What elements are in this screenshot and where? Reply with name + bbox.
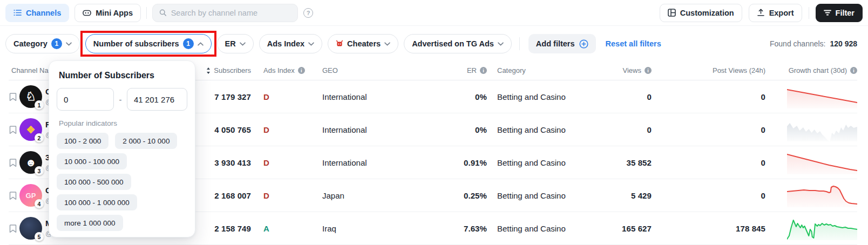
er-chip-label: ER bbox=[225, 39, 236, 48]
dropdown-title: Number of Subscribers bbox=[57, 71, 187, 80]
mini-apps-button[interactable]: Mini Apps bbox=[74, 4, 141, 22]
chevron-down-icon bbox=[498, 42, 504, 46]
export-icon bbox=[757, 9, 765, 17]
growth-header-label: Growth chart (30d) bbox=[789, 66, 847, 74]
col-header-er[interactable]: ER i bbox=[440, 66, 487, 74]
search-input[interactable] bbox=[171, 9, 291, 17]
filterbar-divider bbox=[519, 37, 520, 50]
bookmark-icon[interactable] bbox=[9, 125, 19, 134]
filter-chip-category[interactable]: Category 1 bbox=[5, 34, 80, 53]
er-value: 0% bbox=[440, 92, 487, 101]
views-value: 165 627 bbox=[595, 224, 652, 233]
filter-chip-advertised-on-tg-ads[interactable]: Advertised on TG Ads bbox=[404, 34, 512, 53]
views-value: 0 bbox=[595, 125, 652, 134]
popular-indicator-chip[interactable]: 100 - 2 000 bbox=[57, 133, 109, 149]
search-icon bbox=[159, 9, 167, 17]
channels-list-icon bbox=[13, 9, 22, 16]
subscribers-value: 2 168 007 bbox=[192, 191, 251, 200]
chevron-down-icon bbox=[240, 42, 246, 46]
filter-button[interactable]: Filter bbox=[816, 4, 863, 22]
rank-badge: 4 bbox=[35, 199, 44, 208]
post-views-value: 0 bbox=[652, 158, 765, 167]
avatar-cell: ♘ 1 bbox=[19, 85, 45, 108]
info-icon[interactable]: i bbox=[645, 67, 652, 74]
post-views-header-label: Post Views (24h) bbox=[713, 66, 765, 74]
ads-index-value: D bbox=[251, 92, 316, 101]
popular-indicator-chip[interactable]: more 1 000 000 bbox=[57, 215, 123, 231]
geo-value: Iraq bbox=[316, 224, 440, 233]
er-value: 0.91% bbox=[440, 158, 487, 167]
col-header-views[interactable]: Views i bbox=[595, 66, 652, 74]
add-filters-label: Add filters bbox=[536, 39, 575, 48]
sort-icon[interactable] bbox=[206, 67, 211, 74]
bookmark-icon[interactable] bbox=[9, 92, 19, 101]
min-subscribers-input[interactable] bbox=[57, 88, 114, 111]
topbar-left: Channels Mini Apps ? bbox=[5, 4, 313, 22]
filter-chip-cheaters[interactable]: Cheaters bbox=[328, 34, 398, 53]
subscribers-value: 2 158 749 bbox=[192, 224, 251, 233]
customization-button[interactable]: Customization bbox=[660, 4, 742, 22]
col-header-subscribers[interactable]: Subscribers bbox=[192, 66, 251, 74]
filter-label: Filter bbox=[836, 9, 855, 17]
subscribers-value: 3 930 413 bbox=[192, 158, 251, 167]
bookmark-icon[interactable] bbox=[9, 191, 19, 200]
topbar-right: Customization Export bbox=[660, 4, 863, 22]
filter-chip-ads-index[interactable]: Ads Index bbox=[259, 34, 322, 53]
subscribers-chip-wrap: Number of subscribers 1 bbox=[85, 34, 212, 53]
cheaters-chip-label: Cheaters bbox=[347, 39, 381, 48]
category-value: Betting and Casino bbox=[487, 125, 595, 134]
views-value: 5 429 bbox=[595, 191, 652, 200]
popular-indicator-chip[interactable]: 2 000 - 10 000 bbox=[115, 133, 177, 149]
bookmark-icon[interactable] bbox=[9, 224, 19, 233]
chevron-down-icon bbox=[66, 42, 72, 46]
col-header-geo[interactable]: GEO bbox=[316, 66, 440, 74]
range-separator: - bbox=[114, 95, 127, 104]
info-icon[interactable]: i bbox=[480, 67, 487, 74]
topbar-divider-2 bbox=[809, 7, 809, 19]
avatar-glyph: GP bbox=[26, 192, 36, 200]
chevron-up-icon bbox=[198, 42, 204, 46]
max-subscribers-input[interactable] bbox=[127, 88, 187, 111]
views-value: 35 852 bbox=[595, 158, 652, 167]
ads-index-value: D bbox=[251, 125, 316, 134]
growth-chart-sparkline bbox=[765, 151, 857, 174]
channels-tab-label: Channels bbox=[26, 9, 61, 17]
bookmark-icon[interactable] bbox=[9, 158, 19, 167]
info-icon[interactable]: i bbox=[850, 67, 857, 74]
filter-chip-er[interactable]: ER bbox=[217, 34, 254, 53]
subscribers-chip-label: Number of subscribers bbox=[93, 39, 179, 48]
reset-all-filters-link[interactable]: Reset all filters bbox=[606, 39, 661, 48]
popular-indicator-chip[interactable]: 10 000 - 100 000 bbox=[57, 153, 127, 169]
col-header-ads-index[interactable]: Ads Index i bbox=[251, 66, 316, 74]
geo-value: International bbox=[316, 125, 440, 134]
ads-index-header-label: Ads Index bbox=[263, 66, 295, 74]
chevron-down-icon bbox=[308, 42, 314, 46]
subscribers-value: 7 179 327 bbox=[192, 92, 251, 101]
avatar: ❖ 2 bbox=[19, 118, 42, 141]
search-box[interactable] bbox=[152, 4, 298, 22]
popular-indicator-chip[interactable]: 100 000 - 1 000 000 bbox=[57, 194, 137, 210]
popular-indicator-chip[interactable]: 100 000 - 500 000 bbox=[57, 174, 131, 190]
avatar-cell: ❖ 2 bbox=[19, 118, 45, 141]
post-views-value: 0 bbox=[652, 191, 765, 200]
chevron-down-icon bbox=[384, 42, 390, 46]
col-header-post-views[interactable]: Post Views (24h) bbox=[652, 66, 765, 74]
filter-chip-number-of-subscribers[interactable]: Number of subscribers 1 bbox=[85, 34, 212, 53]
channels-page: Channels Mini Apps ? bbox=[0, 0, 868, 245]
avatar-glyph: ☻ bbox=[25, 156, 36, 169]
rank-badge: 1 bbox=[35, 100, 44, 110]
info-icon[interactable]: i bbox=[298, 67, 305, 74]
add-filters-button[interactable]: Add filters bbox=[528, 34, 596, 53]
topbar: Channels Mini Apps ? bbox=[0, 0, 868, 26]
col-header-growth-chart[interactable]: Growth chart (30d) i bbox=[765, 66, 857, 74]
ads-index-value: A bbox=[251, 224, 316, 233]
export-button[interactable]: Export bbox=[749, 4, 802, 22]
help-icon[interactable]: ? bbox=[303, 8, 313, 18]
geo-value: International bbox=[316, 158, 440, 167]
avatar: ♘ 1 bbox=[19, 85, 42, 108]
col-header-category[interactable]: Category bbox=[487, 66, 595, 74]
subscribers-value: 4 050 765 bbox=[192, 125, 251, 134]
channels-tab[interactable]: Channels bbox=[5, 4, 69, 22]
topbar-divider bbox=[146, 7, 147, 19]
add-circle-icon bbox=[579, 39, 588, 49]
